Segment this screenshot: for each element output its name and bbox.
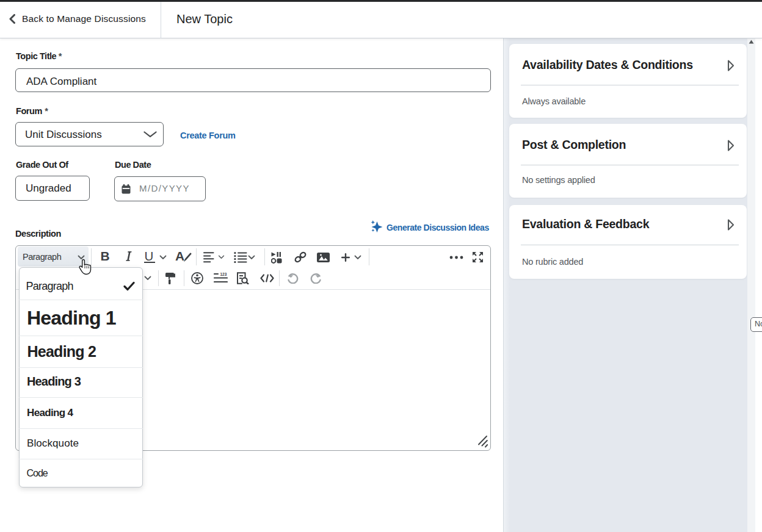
- svg-text:123: 123: [220, 273, 227, 276]
